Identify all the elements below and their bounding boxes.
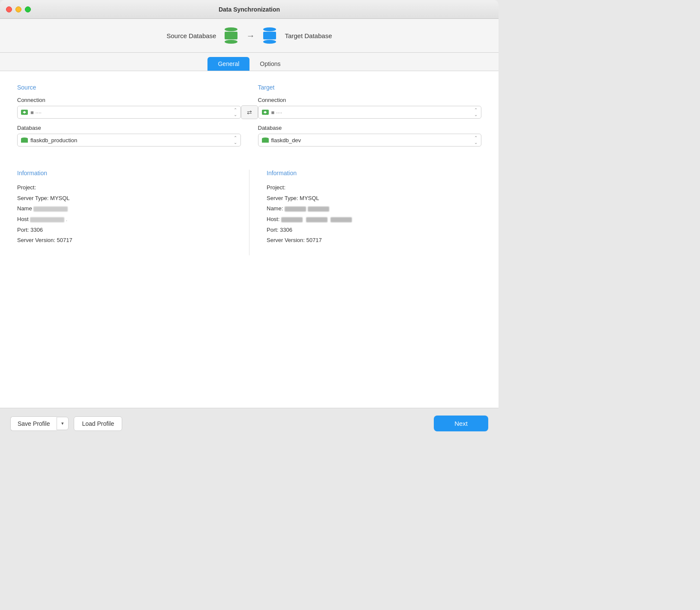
titlebar: Data Synchronization (0, 0, 499, 19)
close-button[interactable] (6, 6, 12, 12)
target-name-blur2 (308, 206, 329, 212)
source-db-select-icon (21, 138, 28, 143)
info-separator (249, 170, 249, 255)
source-server-version: Server Version: 50717 (17, 235, 232, 246)
target-port: Port: 3306 (267, 225, 481, 236)
target-name-blur (285, 206, 306, 212)
next-button[interactable]: Next (434, 416, 488, 431)
swap-button[interactable]: ⇄ (241, 105, 258, 119)
step-header: Source Database → Target Database (0, 19, 499, 53)
arrow-icon: → (246, 31, 255, 41)
target-database-label: Database (258, 125, 482, 131)
target-panel: Target Connection ■ ···· ⌃⌄ Database fla… (258, 84, 482, 152)
source-host-blur (30, 217, 64, 222)
bottom-bar: Save Profile ▾ Load Profile Next (0, 408, 499, 439)
target-db-icon (263, 27, 276, 44)
source-database-arrow: ⌃⌄ (234, 135, 237, 145)
connection-panels: Source Connection ■ ···· ⌃⌄ Database fla… (17, 84, 481, 152)
info-panels: Information Project: Server Type: MYSQL … (17, 170, 481, 255)
target-server-type: Server Type: MYSQL (267, 193, 481, 204)
source-port: Port: 3306 (17, 225, 232, 236)
source-database-label: Database (17, 125, 241, 131)
source-connection-icon (21, 110, 28, 115)
maximize-button[interactable] (25, 6, 31, 12)
target-connection-arrow: ⌃⌄ (474, 108, 478, 117)
minimize-button[interactable] (15, 6, 21, 12)
source-db-icon (225, 27, 237, 44)
source-database-value: flaskdb_production (30, 137, 77, 144)
source-section-title: Source (17, 84, 241, 91)
target-name: Name: (267, 203, 481, 214)
target-host: Host: (267, 214, 481, 225)
target-section-title: Target (258, 84, 482, 91)
target-connection-select[interactable]: ■ ···· ⌃⌄ (258, 106, 482, 119)
source-name-blur (33, 206, 68, 212)
target-database-select[interactable]: flaskdb_dev ⌃⌄ (258, 134, 482, 147)
tab-options[interactable]: Options (249, 57, 291, 71)
target-db-select-icon (262, 138, 269, 143)
source-connection-label: Connection (17, 97, 241, 103)
source-name: Name (17, 203, 232, 214)
tab-general[interactable]: General (207, 57, 249, 71)
target-host-blur (281, 217, 303, 222)
target-info-panel: Information Project: Server Type: MYSQL … (267, 170, 481, 255)
source-database-select[interactable]: flaskdb_production ⌃⌄ (17, 134, 241, 147)
source-info-title: Information (17, 170, 232, 176)
main-content: Source Connection ■ ···· ⌃⌄ Database fla… (0, 71, 499, 408)
target-database-value: flaskdb_dev (271, 137, 301, 144)
source-server-type: Server Type: MYSQL (17, 193, 232, 204)
target-database-arrow: ⌃⌄ (474, 135, 478, 145)
target-info-title: Information (267, 170, 481, 176)
source-panel: Source Connection ■ ···· ⌃⌄ Database fla… (17, 84, 241, 152)
source-connection-select[interactable]: ■ ···· ⌃⌄ (17, 106, 241, 119)
source-info-panel: Information Project: Server Type: MYSQL … (17, 170, 232, 255)
swap-divider: ⇄ (241, 84, 258, 119)
source-database-label: Source Database (167, 32, 216, 39)
save-profile-group: Save Profile ▾ (10, 416, 69, 431)
load-profile-button[interactable]: Load Profile (74, 416, 122, 431)
source-connection-arrow: ⌃⌄ (234, 108, 237, 117)
target-server-version: Server Version: 50717 (267, 235, 481, 246)
source-project: Project: (17, 182, 232, 193)
traffic-lights (6, 6, 31, 12)
tabs-bar: General Options (0, 53, 499, 71)
save-profile-button[interactable]: Save Profile (10, 416, 57, 431)
target-host-blur2 (306, 217, 327, 222)
target-connection-label: Connection (258, 97, 482, 103)
target-database-label: Target Database (285, 32, 332, 39)
target-host-blur3 (330, 217, 352, 222)
target-connection-icon (262, 110, 269, 115)
window-title: Data Synchronization (219, 6, 280, 13)
target-project: Project: (267, 182, 481, 193)
save-profile-dropdown-button[interactable]: ▾ (57, 417, 69, 430)
source-host: Host . (17, 214, 232, 225)
